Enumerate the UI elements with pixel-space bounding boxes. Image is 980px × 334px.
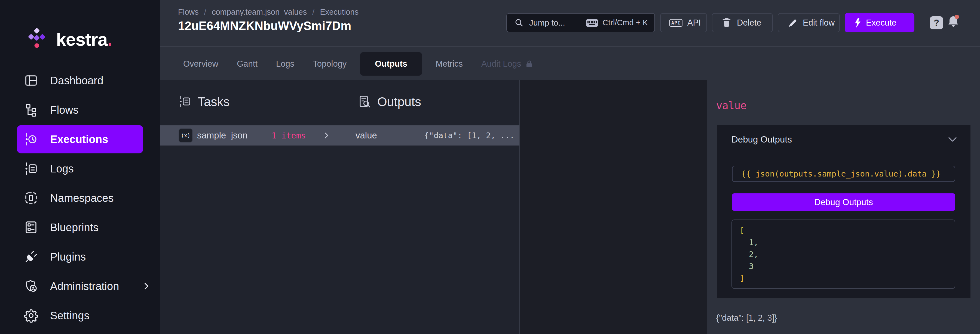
execute-button[interactable]: Execute xyxy=(845,13,915,32)
sidebar-item-settings[interactable]: Settings xyxy=(0,301,160,330)
kestra-logo[interactable]: kestra. xyxy=(24,26,112,53)
jump-to-search[interactable]: Ctrl/Cmd + K xyxy=(506,13,655,32)
search-icon xyxy=(514,17,525,28)
pencil-icon xyxy=(787,17,798,28)
plug-icon xyxy=(24,250,38,264)
debug-expression-input[interactable]: {{ json(outputs.sample_json.value).data … xyxy=(732,166,955,182)
code-expression-icon: (x) xyxy=(178,128,193,142)
sidebar-item-executions[interactable]: Executions xyxy=(17,125,143,154)
page-header: Flows / company.team.json_values / Execu… xyxy=(160,0,980,47)
kestra-logo-text: kestra. xyxy=(56,29,112,50)
tab-topology[interactable]: Topology xyxy=(313,59,347,69)
code-line: 3 xyxy=(740,260,955,272)
debug-expression-text: {{ json(outputs.sample_json.value).data … xyxy=(741,169,941,179)
blueprints-icon xyxy=(24,220,38,234)
indent-guide-line xyxy=(742,236,742,274)
outputs-search-doc-icon xyxy=(358,95,371,108)
sidebar-item-label: Executions xyxy=(50,133,108,146)
sidebar-item-plugins[interactable]: Plugins xyxy=(0,242,160,271)
outputs-panel-header: Outputs xyxy=(358,94,421,109)
breadcrumb-flows[interactable]: Flows xyxy=(178,8,199,16)
debug-result-code-block: [ 1, 2, 3 ] xyxy=(732,220,955,289)
flows-tree-icon xyxy=(24,103,38,117)
debug-outputs-card: Debug Outputs {{ json(outputs.sample_jso… xyxy=(717,125,970,298)
column-divider xyxy=(340,80,340,334)
debug-outputs-collapse-header[interactable]: Debug Outputs xyxy=(732,132,957,147)
search-input[interactable] xyxy=(529,18,581,27)
sidebar-item-blueprints[interactable]: Blueprints xyxy=(0,213,160,242)
code-line: ] xyxy=(740,272,955,284)
breadcrumb[interactable]: Flows / company.team.json_values / Execu… xyxy=(178,8,358,17)
output-detail-panel: value Debug Outputs {{ json(outputs.samp… xyxy=(707,80,980,334)
sidebar-item-logs[interactable]: Logs xyxy=(0,154,160,183)
output-detail-title: value xyxy=(716,100,746,111)
breadcrumb-executions[interactable]: Executions xyxy=(320,8,358,16)
sidebar-item-dashboard[interactable]: Dashboard xyxy=(0,66,160,95)
edit-flow-button[interactable]: Edit flow xyxy=(778,13,840,32)
tasks-list-icon xyxy=(178,95,192,108)
chevron-down-icon xyxy=(948,137,957,142)
lightning-icon xyxy=(854,17,861,28)
chevron-right-icon xyxy=(323,132,330,139)
keyboard-icon xyxy=(585,17,599,29)
code-line: 1, xyxy=(740,236,955,249)
sidebar-item-label: Dashboard xyxy=(50,74,103,87)
breadcrumb-namespace[interactable]: company.team.json_values xyxy=(212,8,307,16)
outputs-panel: Outputs value {"data": [1, 2, ... xyxy=(340,80,519,334)
question-mark-icon: ? xyxy=(934,18,939,28)
outputs-panel-title: Outputs xyxy=(377,94,421,109)
sidebar-item-administration[interactable]: Administration xyxy=(0,271,160,301)
task-row-sample-json[interactable]: (x) sample_json 1 items xyxy=(160,125,340,146)
execution-id-title: 12uE64MNZKNbuWVySmi7Dm xyxy=(178,19,352,33)
sidebar-item-label: Logs xyxy=(50,163,74,175)
trash-icon xyxy=(721,17,732,29)
tab-outputs[interactable]: Outputs xyxy=(360,52,422,76)
task-name: sample_json xyxy=(197,130,247,141)
namespaces-icon xyxy=(24,191,38,205)
dashboard-grid-icon xyxy=(24,73,38,87)
sidebar-item-label: Flows xyxy=(50,104,78,116)
tab-overview[interactable]: Overview xyxy=(183,59,218,69)
debug-outputs-button[interactable]: Debug Outputs xyxy=(732,193,955,211)
tab-audit-logs: Audit Logs xyxy=(481,59,533,69)
api-button[interactable]: API API xyxy=(660,13,707,32)
tasks-panel-title: Tasks xyxy=(197,94,230,109)
api-chip-icon: API xyxy=(670,19,682,27)
help-button[interactable]: ? xyxy=(930,16,943,29)
sidebar-item-label: Plugins xyxy=(50,251,86,263)
execution-tabs: Overview Gantt Logs Topology Outputs Met… xyxy=(160,47,980,80)
output-row-value[interactable]: value {"data": [1, 2, ... xyxy=(340,125,519,146)
sidebar-item-label: Settings xyxy=(50,310,89,322)
delete-button[interactable]: Delete xyxy=(712,13,773,32)
shield-user-icon xyxy=(24,279,38,293)
sidebar-item-label: Blueprints xyxy=(50,222,99,234)
task-items-badge: 1 items xyxy=(272,131,306,140)
code-line: 2, xyxy=(740,249,955,260)
output-raw-value: {"data": [1, 2, 3]} xyxy=(716,313,777,323)
notifications-bell-icon[interactable] xyxy=(946,14,961,30)
kestra-logo-icon xyxy=(24,26,50,53)
tab-metrics[interactable]: Metrics xyxy=(436,59,463,69)
logs-list-icon xyxy=(24,161,38,176)
sidebar: kestra. Dashboard Flows xyxy=(0,0,160,334)
sidebar-item-namespaces[interactable]: Namespaces xyxy=(0,183,160,213)
sidebar-item-flows[interactable]: Flows xyxy=(0,95,160,125)
executions-timeline-icon xyxy=(24,132,38,146)
tasks-panel: Tasks (x) sample_json 1 items xyxy=(160,80,340,334)
code-line: [ xyxy=(740,225,955,236)
tasks-panel-header: Tasks xyxy=(178,94,230,109)
lock-icon xyxy=(526,60,533,68)
sidebar-item-label: Namespaces xyxy=(50,192,113,204)
gear-icon xyxy=(24,309,38,323)
output-preview: {"data": [1, 2, ... xyxy=(424,131,514,140)
tab-logs[interactable]: Logs xyxy=(276,59,294,69)
tab-gantt[interactable]: Gantt xyxy=(237,59,258,69)
chevron-right-icon xyxy=(143,283,150,290)
column-divider xyxy=(519,80,520,334)
search-shortcut-label: Ctrl/Cmd + K xyxy=(603,18,648,27)
output-key: value xyxy=(356,130,377,141)
sidebar-item-label: Administration xyxy=(50,280,119,292)
